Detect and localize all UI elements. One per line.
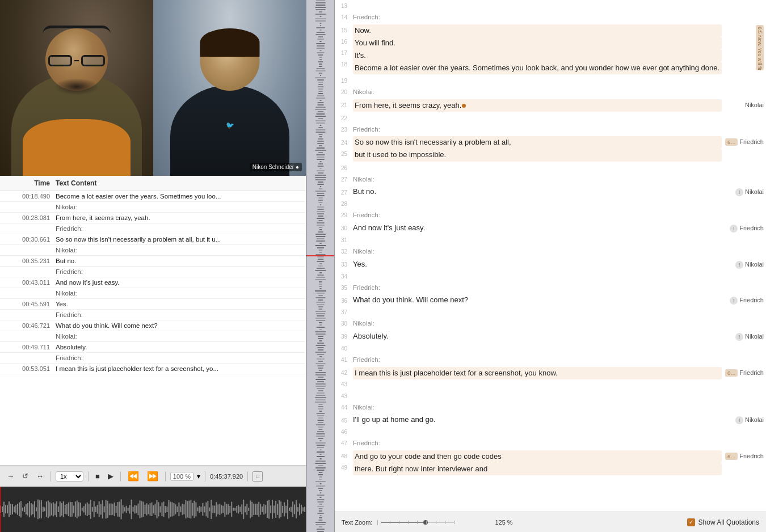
transcript-list[interactable]: Time Text Content 00:18.490Become a lot … bbox=[0, 176, 306, 465]
row-text: Friedrich: bbox=[56, 354, 301, 361]
transcript-row[interactable]: Friedrich: bbox=[0, 310, 306, 320]
row-text: Nikolai: bbox=[56, 333, 301, 340]
zoom-slider-track[interactable] bbox=[381, 516, 454, 529]
segment-marker bbox=[725, 402, 766, 414]
segment-content bbox=[351, 306, 725, 316]
line-numbers: 37 bbox=[335, 306, 351, 318]
segment-row: 33Yes.!Nikolai bbox=[335, 258, 766, 271]
transcript-row[interactable]: 00:43.011And now it's just easy. bbox=[0, 277, 306, 288]
transcript-row[interactable]: Friedrich: bbox=[0, 353, 306, 364]
transcript-row[interactable]: 00:49.711Absolutely. bbox=[0, 342, 306, 353]
loop-region-button[interactable]: □ bbox=[252, 471, 263, 482]
loop-button[interactable]: ↺ bbox=[20, 471, 31, 482]
info-icon[interactable]: ! bbox=[735, 188, 743, 196]
segment-marker bbox=[725, 426, 766, 437]
row-text: Friedrich: bbox=[56, 311, 301, 318]
segment-content: Now.You will find.It's.Become a lot easi… bbox=[351, 24, 725, 75]
segment-marker bbox=[725, 198, 766, 209]
transcript-right[interactable]: 1314Friedrich:15161718Now.You will find.… bbox=[335, 0, 766, 512]
play-button[interactable]: ▶ bbox=[106, 471, 116, 482]
show-quotations-label[interactable]: Show All Quotations bbox=[698, 518, 759, 526]
info-icon[interactable]: ! bbox=[730, 225, 738, 233]
speaker-label: Nikolai bbox=[745, 188, 764, 195]
transcript-row[interactable]: 00:28.081From here, it seems crazy, yeah… bbox=[0, 213, 306, 223]
segment-row: 44Nikolai: bbox=[335, 402, 766, 414]
transcript-row[interactable]: 00:53.051I mean this is just placeholder… bbox=[0, 364, 306, 374]
row-text: And now it's just easy. bbox=[56, 279, 301, 286]
speaker-label: Nikolai bbox=[745, 261, 764, 268]
separator-5 bbox=[205, 471, 205, 482]
line-numbers: 29 bbox=[335, 209, 351, 222]
time-column-header: Time bbox=[5, 179, 56, 187]
segment-marker bbox=[725, 343, 766, 354]
segment-marker bbox=[725, 246, 766, 258]
rewind-icon[interactable]: ⏪ bbox=[125, 470, 141, 483]
info-icon[interactable]: ! bbox=[735, 333, 743, 341]
forward-icon[interactable]: ⏩ bbox=[145, 470, 161, 483]
segment-marker bbox=[725, 437, 766, 450]
transcript-row[interactable]: Nikolai: bbox=[0, 288, 306, 299]
video-left bbox=[0, 0, 153, 176]
segment-marker bbox=[725, 306, 766, 318]
transcript-row[interactable]: 00:45.591Yes. bbox=[0, 299, 306, 310]
segment-content: I mean this is just placeholder text for… bbox=[351, 366, 725, 390]
segment-content: From here, it seems crazy, yeah. bbox=[351, 99, 725, 112]
line-numbers: 33 bbox=[335, 258, 351, 271]
segment-content: Yes. bbox=[351, 258, 725, 271]
segment-row: 19 bbox=[335, 75, 766, 86]
segment-row: 34 bbox=[335, 271, 766, 282]
stop-button[interactable]: ■ bbox=[93, 471, 102, 482]
transcript-row[interactable]: Nikolai: bbox=[0, 245, 306, 256]
info-icon[interactable]: ! bbox=[735, 416, 743, 424]
segment-marker: !Nikolai bbox=[725, 258, 766, 271]
line-numbers: 27 bbox=[335, 185, 351, 198]
strip-playhead bbox=[306, 255, 334, 256]
text-column-header: Text Content bbox=[56, 179, 301, 187]
segment-marker: !Nikolai bbox=[725, 413, 766, 426]
back-button[interactable]: → bbox=[5, 471, 16, 482]
transcript-row[interactable]: 00:18.490Become a lot easier over the ye… bbox=[0, 191, 306, 202]
info-icon[interactable]: ! bbox=[730, 297, 738, 305]
segment-row: 47Friedrich: bbox=[335, 437, 766, 450]
transcript-row[interactable]: 00:46.721What do you think. Will come ne… bbox=[0, 320, 306, 331]
segment-text: What do you think. Will come next? bbox=[353, 294, 722, 306]
transcript-row[interactable]: Friedrich: bbox=[0, 223, 306, 234]
transcript-row[interactable]: 00:30.661So so now this isn't necessaril… bbox=[0, 234, 306, 245]
row-time: 00:35.231 bbox=[5, 257, 56, 264]
segment-text: but it used to be impossible. bbox=[353, 149, 722, 161]
segment-row: 39Absolutely.!Nikolai bbox=[335, 330, 766, 343]
waveform-strip[interactable] bbox=[306, 0, 335, 532]
right-panel: 1314Friedrich:15161718Now.You will find.… bbox=[335, 0, 766, 532]
row-text: From here, it seems crazy, yeah. bbox=[56, 214, 301, 221]
segment-row: 21From here, it seems crazy, yeah.Nikola… bbox=[335, 99, 766, 112]
segment-speaker: Friedrich: bbox=[353, 354, 722, 366]
segment-text: I'll go up at home and go. bbox=[353, 414, 722, 425]
segment-content bbox=[351, 234, 725, 244]
row-text: Friedrich: bbox=[56, 225, 301, 232]
speed-select[interactable]: 1x 0.5x 1.5x 2x bbox=[56, 471, 83, 482]
info-icon[interactable]: ! bbox=[735, 261, 743, 269]
segment-marker bbox=[725, 282, 766, 294]
skip-button[interactable]: ↔ bbox=[34, 471, 46, 482]
segment-marker bbox=[725, 124, 766, 136]
transcript-row[interactable]: Friedrich: bbox=[0, 267, 306, 277]
separator-4 bbox=[165, 471, 166, 482]
transcript-row[interactable]: Nikolai: bbox=[0, 331, 306, 342]
video-right-label: Nikon Schneider ● bbox=[250, 163, 302, 171]
show-quotations-checkbox[interactable]: ✓ bbox=[687, 518, 695, 526]
transcript-row[interactable]: 00:35.231But no. bbox=[0, 256, 306, 267]
line-numbers: 20 bbox=[335, 86, 351, 99]
waveform-container[interactable] bbox=[0, 487, 306, 532]
segment-marker bbox=[725, 174, 766, 186]
zoom-percent[interactable]: 100 % bbox=[170, 472, 193, 481]
segment-content: Friedrich: bbox=[351, 11, 725, 24]
segment-content bbox=[351, 426, 725, 436]
segment-marker bbox=[725, 234, 766, 246]
row-text: Nikolai: bbox=[56, 290, 301, 297]
speaker-label: Friedrich bbox=[739, 369, 764, 376]
transcript-row[interactable]: Nikolai: bbox=[0, 202, 306, 213]
segment-content: Friedrich: bbox=[351, 124, 725, 136]
line-numbers: 41 bbox=[335, 354, 351, 366]
waveform[interactable] bbox=[0, 487, 306, 532]
segment-marker bbox=[725, 75, 766, 86]
